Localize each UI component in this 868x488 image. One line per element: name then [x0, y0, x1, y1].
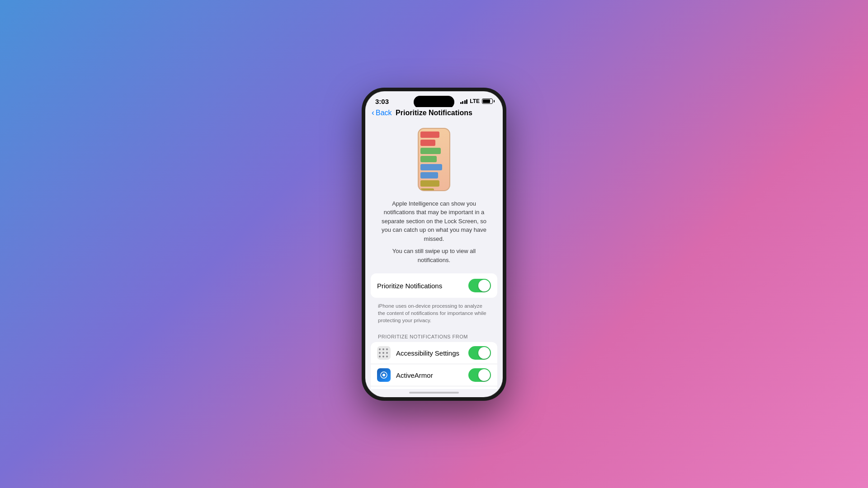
main-toggle-card: Prioritize Notifications	[371, 273, 497, 298]
toggle-activearmor[interactable]	[468, 368, 491, 382]
battery-fill	[483, 99, 490, 103]
signal-bar-3	[464, 100, 466, 104]
phone-screen: 3:03 LTE ‹ Back Prioritize N	[365, 91, 503, 397]
svg-point-1	[382, 374, 385, 376]
page-title: Prioritize Notifications	[396, 109, 472, 117]
signal-bar-4	[466, 99, 467, 104]
scroll-content[interactable]: Apple Intelligence can show you notifica…	[365, 121, 503, 389]
description-block: Apple Intelligence can show you notifica…	[365, 196, 503, 267]
status-time: 3:03	[375, 98, 389, 105]
status-right: LTE	[460, 98, 493, 104]
toggle-knob	[478, 280, 490, 291]
mini-phone-graphic	[418, 128, 450, 191]
dynamic-island	[414, 96, 454, 108]
mini-notif-8	[420, 188, 434, 191]
lte-indicator: LTE	[470, 98, 480, 104]
prioritize-toggle[interactable]	[468, 279, 491, 292]
signal-bar-1	[460, 102, 462, 104]
mini-notif-7	[420, 180, 439, 187]
activearmor-icon	[377, 368, 391, 382]
phone-illustration	[365, 121, 503, 196]
back-button[interactable]: ‹ Back	[372, 108, 392, 117]
app-name-accessibility: Accessibility Settings	[396, 349, 463, 357]
app-name-activearmor: ActiveArmor	[396, 371, 463, 379]
mini-notif-1	[420, 131, 439, 138]
mini-notif-3	[420, 148, 441, 154]
home-indicator	[409, 392, 459, 394]
mini-notif-6	[420, 172, 438, 178]
status-bar: 3:03 LTE	[365, 91, 503, 107]
mini-notif-4	[420, 156, 437, 162]
signal-bars	[460, 99, 468, 104]
prioritize-toggle-label: Prioritize Notifications	[377, 282, 442, 290]
app-list-card: Accessibility Settings ActiveArmor	[371, 342, 497, 389]
bottom-indicator-bar	[365, 389, 503, 397]
back-label: Back	[376, 109, 392, 117]
mini-notif-2	[420, 140, 435, 146]
battery-icon	[482, 99, 493, 104]
app-row-activearmor[interactable]: ActiveArmor	[371, 364, 497, 386]
toggle-accessibility[interactable]	[468, 346, 491, 360]
description-sub: You can still swipe up to view all notif…	[378, 247, 490, 264]
phone-frame: 3:03 LTE ‹ Back Prioritize N	[362, 88, 506, 401]
prioritize-toggle-row[interactable]: Prioritize Notifications	[371, 273, 497, 298]
toggle-knob	[478, 347, 490, 359]
section-header: PRIORITIZE NOTIFICATIONS FROM	[365, 328, 503, 342]
mini-notifications	[420, 131, 448, 191]
accessibility-icon	[377, 346, 391, 360]
description-main: Apple Intelligence can show you notifica…	[378, 199, 490, 244]
chevron-left-icon: ‹	[372, 108, 374, 117]
toggle-helper-text: iPhone uses on-device processing to anal…	[365, 300, 503, 328]
signal-bar-2	[462, 101, 463, 104]
app-row-accessibility[interactable]: Accessibility Settings	[371, 342, 497, 364]
mini-notif-5	[420, 164, 442, 170]
nav-bar: ‹ Back Prioritize Notifications	[365, 107, 503, 121]
